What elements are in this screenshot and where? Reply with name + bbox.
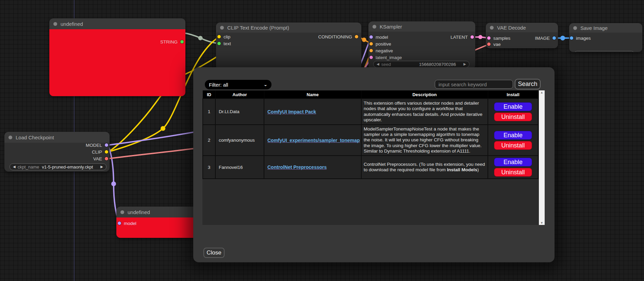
input-dot-model[interactable] <box>118 222 121 225</box>
input-dot-samples[interactable] <box>487 36 491 40</box>
input-dot-positive[interactable] <box>369 42 373 46</box>
extension-row: 2comfyanonymousComfyUI_experiments/sampl… <box>203 125 538 156</box>
extensions-scroll-area[interactable]: ID Author Name Description Install 1Dr.L… <box>202 90 545 225</box>
table-header-row: ID Author Name Description Install <box>203 91 538 99</box>
col-header-name: Name <box>264 91 361 99</box>
reroute-dot-blue[interactable] <box>560 36 565 40</box>
input-label: latent_image <box>376 55 402 60</box>
output-dot-model[interactable] <box>105 143 108 147</box>
search-button[interactable]: Search <box>515 79 541 89</box>
increment-icon[interactable]: ▶ <box>463 63 466 66</box>
collapse-dot-icon[interactable] <box>573 26 577 30</box>
close-button[interactable]: Close <box>203 248 225 258</box>
enable-button[interactable]: Enable <box>494 131 532 140</box>
uninstall-button[interactable]: Uninstall <box>494 141 532 150</box>
scroll-down-icon[interactable]: ▼ <box>540 221 543 225</box>
input-label: images <box>576 36 591 41</box>
input-label: model <box>124 221 136 226</box>
output-label: CONDITIONING <box>318 34 352 39</box>
decrement-icon[interactable]: ◀ <box>13 165 16 169</box>
extension-description: ControlNet Preprocessors. (To use this e… <box>361 156 488 179</box>
filter-select[interactable]: Filter: all ⌄ <box>205 80 271 89</box>
node-canvas[interactable]: undefined STRING CLIP Text Encode (Promp… <box>0 0 644 281</box>
reroute-dot-orange[interactable] <box>362 38 366 42</box>
input-label: text <box>224 41 231 46</box>
node-ksampler[interactable]: KSampler model positive negative latent_… <box>368 21 475 69</box>
extension-author: Dr.Lt.Data <box>215 99 264 125</box>
node-title: KSampler <box>380 24 402 30</box>
input-dot-latent-image[interactable] <box>369 56 373 59</box>
input-dot-vae[interactable] <box>487 42 491 46</box>
extension-link[interactable]: ComfyUI_experiments/sampler_tonemap <box>267 138 360 143</box>
increment-icon[interactable]: ▶ <box>100 165 103 169</box>
uninstall-button[interactable]: Uninstall <box>494 112 532 121</box>
collapse-dot-icon[interactable] <box>490 26 494 30</box>
scroll-up-icon[interactable]: ▲ <box>540 90 543 94</box>
collapse-dot-icon[interactable] <box>53 22 57 26</box>
output-dot-string[interactable] <box>180 40 184 43</box>
enable-button[interactable]: Enable <box>494 102 532 111</box>
collapse-dot-icon[interactable] <box>373 25 376 29</box>
input-dot-negative[interactable] <box>369 49 373 52</box>
output-dot-conditioning[interactable] <box>355 35 358 38</box>
reroute-dot-gray[interactable] <box>198 36 203 40</box>
table-scrollbar[interactable]: ▲ ▼ <box>539 90 545 225</box>
col-header-install: Install <box>488 91 538 99</box>
extension-link[interactable]: ControlNet Preprocessors <box>267 164 327 170</box>
input-dot-clip[interactable] <box>217 35 221 38</box>
node-header[interactable]: undefined <box>49 18 185 29</box>
output-dot-image[interactable] <box>552 36 556 40</box>
node-header[interactable]: KSampler <box>368 21 475 32</box>
input-label: samples <box>493 36 510 41</box>
node-title: undefined <box>61 21 83 27</box>
collapse-dot-icon[interactable] <box>220 26 224 30</box>
extension-name-cell: ComfyUI Impact Pack <box>264 99 361 125</box>
input-dot-model[interactable] <box>369 35 373 39</box>
reroute-dot-yellow[interactable] <box>161 126 165 131</box>
node-undefined-top[interactable]: undefined STRING <box>49 18 185 96</box>
enable-button[interactable]: Enable <box>494 158 532 166</box>
node-save-image[interactable]: Save Image images filename_prefix ComfyU… <box>569 23 642 52</box>
chevron-down-icon: ⌄ <box>264 83 267 87</box>
filename-prefix-widget[interactable]: filename_prefix ComfyUI <box>574 51 634 52</box>
extension-link[interactable]: ComfyUI Impact Pack <box>267 109 316 115</box>
extension-description: ModelSamplerTonemapNoiseTest a node that… <box>361 125 488 156</box>
manager-dialog: Filter: all ⌄ Search ID Author Name Desc… <box>193 67 555 262</box>
node-body: clip text CONDITIONING <box>216 33 361 70</box>
ckpt-name-widget[interactable]: ◀ ckpt_name v1-5-pruned-emaonly.ckpt ▶ <box>10 163 106 170</box>
input-dot-text[interactable] <box>217 42 221 45</box>
node-header[interactable]: CLIP Text Encode (Prompt) <box>216 22 361 33</box>
node-body: STRING <box>49 29 185 96</box>
output-label: CLIP <box>92 150 102 155</box>
seed-widget[interactable]: ◀ seed 156680208700286 ▶ <box>373 61 469 68</box>
node-body: images filename_prefix ComfyUI <box>569 33 642 52</box>
reroute-dot-purple[interactable] <box>111 181 116 186</box>
extension-install-cell: EnableUninstall <box>488 125 538 156</box>
collapse-dot-icon[interactable] <box>120 210 124 214</box>
node-clip-text-encode[interactable]: CLIP Text Encode (Prompt) clip text COND… <box>216 22 361 70</box>
output-label: VAE <box>93 156 102 161</box>
widget-label: ckpt_name <box>18 164 39 170</box>
node-title: VAE Decode <box>497 25 526 31</box>
node-header[interactable]: Save Image <box>569 23 642 33</box>
extension-id: 2 <box>203 125 215 156</box>
widget-value: ComfyUI <box>614 52 631 52</box>
uninstall-button[interactable]: Uninstall <box>494 168 532 177</box>
collapse-dot-icon[interactable] <box>9 136 12 139</box>
node-header[interactable]: Load Checkpoint <box>4 132 110 143</box>
node-vae-decode[interactable]: VAE Decode samples vae IMAGE <box>486 23 558 48</box>
reroute-dot-pink[interactable] <box>478 35 482 39</box>
output-dot-clip[interactable] <box>105 150 108 154</box>
widget-value: 156680208700286 <box>419 62 456 67</box>
output-dot-vae[interactable] <box>105 157 108 160</box>
node-header[interactable]: VAE Decode <box>486 23 558 32</box>
output-dot-latent[interactable] <box>470 35 474 39</box>
search-input[interactable] <box>435 80 513 89</box>
filter-select-value: Filter: all <box>209 82 228 88</box>
node-load-checkpoint[interactable]: Load Checkpoint MODEL CLIP VAE ◀ ckpt_na… <box>4 132 110 172</box>
input-label: vae <box>493 42 501 47</box>
extensions-table: ID Author Name Description Install 1Dr.L… <box>202 90 539 179</box>
input-dot-images[interactable] <box>570 36 573 40</box>
node-body: samples vae IMAGE <box>486 32 558 48</box>
decrement-icon[interactable]: ◀ <box>377 63 379 66</box>
